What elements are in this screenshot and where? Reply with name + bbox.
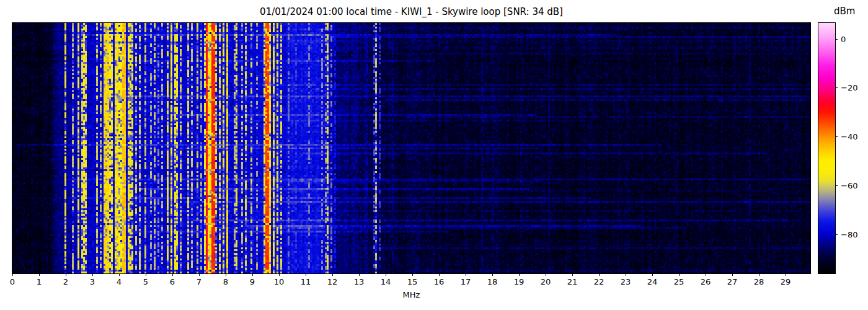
x-tick-mark xyxy=(759,273,760,276)
spectrogram-figure: 01/01/2024 01:00 local time - KIWI_1 - S… xyxy=(0,0,868,310)
colorbar-tick-label: 0 xyxy=(841,34,846,43)
x-tick-label: 21 xyxy=(567,277,578,286)
x-tick-label: 3 xyxy=(90,277,95,286)
x-tick-label: 0 xyxy=(10,277,15,286)
x-tick-label: 11 xyxy=(301,277,311,286)
x-tick-label: 1 xyxy=(37,277,42,286)
x-tick-mark xyxy=(306,273,306,276)
x-tick-mark xyxy=(226,273,226,276)
x-tick-label: 13 xyxy=(354,277,365,286)
x-tick-label: 4 xyxy=(117,277,122,286)
x-axis-label: MHz xyxy=(12,290,810,300)
x-tick-label: 25 xyxy=(674,277,684,286)
x-tick-label: 14 xyxy=(381,277,391,286)
x-tick-label: 8 xyxy=(223,277,228,286)
x-tick-mark xyxy=(626,273,626,276)
colorbar-tick-label: −40 xyxy=(841,132,857,141)
x-tick-label: 9 xyxy=(250,277,255,286)
colorbar-unit-label: dBm xyxy=(834,6,855,17)
x-tick-mark xyxy=(12,273,13,276)
x-tick-label: 27 xyxy=(727,277,738,286)
x-tick-label: 26 xyxy=(701,277,711,286)
x-tick-mark xyxy=(252,273,253,276)
x-tick-label: 12 xyxy=(327,277,338,286)
x-tick-mark xyxy=(359,273,360,276)
x-tick-mark xyxy=(572,273,573,276)
x-tick-mark xyxy=(92,273,93,276)
colorbar-tick-mark xyxy=(835,39,838,40)
x-tick-mark xyxy=(599,273,600,276)
x-tick-mark xyxy=(706,273,706,276)
colorbar-tick-mark xyxy=(835,234,838,235)
x-tick-mark xyxy=(679,273,680,276)
x-tick-mark xyxy=(199,273,200,276)
x-tick-mark xyxy=(66,273,66,276)
colorbar-tick-label: −80 xyxy=(841,229,857,239)
colorbar-tick-mark xyxy=(835,87,838,88)
x-tick-label: 22 xyxy=(594,277,604,286)
colorbar-tick-mark xyxy=(835,136,838,137)
x-tick-label: 28 xyxy=(754,277,764,286)
x-tick-mark xyxy=(39,273,40,276)
x-tick-label: 2 xyxy=(63,277,68,286)
colorbar-tick-mark xyxy=(835,185,838,186)
x-tick-label: 23 xyxy=(621,277,631,286)
x-tick-label: 19 xyxy=(514,277,525,286)
x-tick-label: 15 xyxy=(407,277,418,286)
x-tick-mark xyxy=(439,273,440,276)
x-tick-mark xyxy=(119,273,120,276)
x-tick-label: 6 xyxy=(170,277,175,286)
colorbar xyxy=(818,22,836,274)
x-tick-label: 7 xyxy=(197,277,202,286)
chart-title: 01/01/2024 01:00 local time - KIWI_1 - S… xyxy=(12,6,810,18)
x-tick-label: 5 xyxy=(143,277,148,286)
colorbar-gradient xyxy=(818,23,835,273)
x-tick-mark xyxy=(386,273,386,276)
x-tick-label: 17 xyxy=(461,277,471,286)
x-tick-label: 10 xyxy=(274,277,285,286)
x-tick-label: 29 xyxy=(781,277,791,286)
x-tick-label: 16 xyxy=(434,277,445,286)
x-tick-mark xyxy=(172,273,173,276)
x-tick-mark xyxy=(519,273,520,276)
x-tick-mark xyxy=(279,273,280,276)
x-tick-label: 24 xyxy=(647,277,658,286)
x-tick-mark xyxy=(146,273,146,276)
x-tick-mark xyxy=(546,273,546,276)
colorbar-tick-label: −20 xyxy=(841,83,857,92)
x-tick-mark xyxy=(652,273,653,276)
x-tick-mark xyxy=(786,273,786,276)
colorbar-tick-label: −60 xyxy=(841,181,857,190)
x-tick-mark xyxy=(332,273,333,276)
x-tick-label: 18 xyxy=(487,277,498,286)
x-tick-mark xyxy=(466,273,466,276)
x-tick-mark xyxy=(732,273,733,276)
spectrogram-heatmap xyxy=(12,23,810,273)
plot-area xyxy=(12,22,811,274)
x-tick-mark xyxy=(492,273,493,276)
x-tick-label: 20 xyxy=(541,277,551,286)
x-tick-mark xyxy=(412,273,413,276)
